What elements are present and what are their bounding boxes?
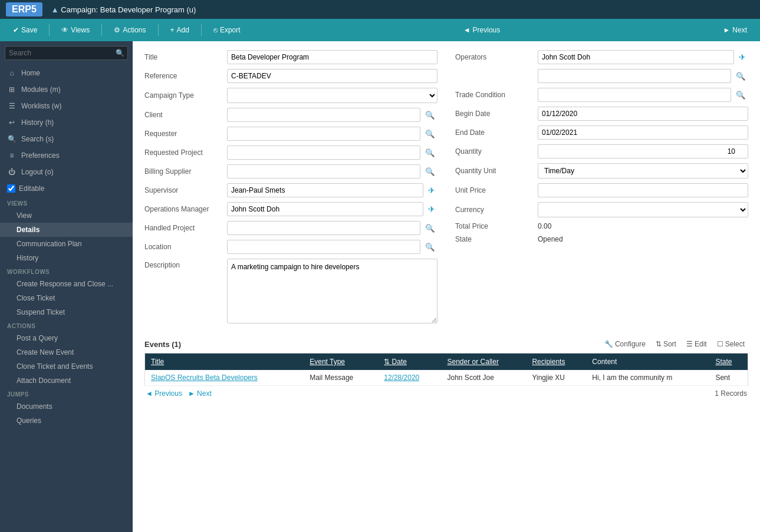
campaign-type-select[interactable] bbox=[227, 88, 437, 103]
form-right-col: Operators ✈ 🔍 Trad bbox=[455, 50, 748, 323]
editable-checkbox[interactable] bbox=[7, 184, 15, 193]
end-date-input-wrap bbox=[538, 125, 748, 140]
sidebar-item-communication-plan[interactable]: Communication Plan bbox=[0, 237, 133, 251]
sidebar-item-view[interactable]: View bbox=[0, 209, 133, 223]
sidebar-item-modules[interactable]: ⊞ Modules (m) bbox=[0, 81, 133, 98]
col-date-link[interactable]: ⇅ Date bbox=[384, 358, 407, 366]
requester-input[interactable] bbox=[227, 127, 420, 141]
col-event-type-link[interactable]: Event Type bbox=[310, 358, 345, 366]
operations-manager-input[interactable] bbox=[227, 202, 423, 216]
select-button[interactable]: ☐ Select bbox=[713, 338, 748, 350]
sidebar-item-attach-document[interactable]: Attach Document bbox=[0, 374, 133, 388]
field-total-price: Total Price 0.00 bbox=[455, 222, 748, 230]
col-state-link[interactable]: State bbox=[715, 358, 732, 366]
location-input[interactable] bbox=[227, 240, 420, 254]
sidebar-item-editable[interactable]: Editable bbox=[0, 180, 133, 197]
begin-date-input[interactable] bbox=[538, 107, 748, 121]
handled-project-input[interactable] bbox=[227, 221, 420, 235]
row-date-link[interactable]: 12/28/2020 bbox=[384, 374, 419, 382]
reference-input[interactable] bbox=[227, 69, 437, 83]
end-date-input[interactable] bbox=[538, 125, 748, 140]
field-operators: Operators ✈ bbox=[455, 50, 748, 64]
edit-button[interactable]: ☰ Edit bbox=[683, 338, 710, 350]
events-table-body: SlapOS Recruits Beta Developers Mail Mes… bbox=[145, 370, 748, 386]
actions-button[interactable]: ⚙ Actions bbox=[107, 23, 153, 37]
save-button[interactable]: ✔ Save bbox=[6, 23, 44, 37]
sort-icon: ⇅ bbox=[656, 340, 662, 348]
search-input[interactable] bbox=[5, 46, 128, 60]
sidebar-item-details[interactable]: Details bbox=[0, 223, 133, 237]
add-button[interactable]: + Add bbox=[163, 23, 196, 37]
sidebar-item-create-response[interactable]: Create Response and Close ... bbox=[0, 277, 133, 291]
sidebar-item-preferences[interactable]: ≡ Preferences bbox=[0, 147, 133, 164]
row-recipients: Yingjie XU bbox=[526, 370, 586, 386]
sidebar-section-views: VIEWS bbox=[0, 197, 133, 209]
sidebar-item-logout[interactable]: ⏻ Logout (o) bbox=[0, 164, 133, 180]
unit-price-input[interactable] bbox=[538, 183, 748, 197]
campaign-type-label: Campaign Type bbox=[144, 91, 227, 100]
sidebar-item-home[interactable]: ⌂ Home bbox=[0, 65, 133, 81]
col-title-link[interactable]: Title bbox=[151, 358, 164, 366]
operations-manager-clear-button[interactable]: ✈ bbox=[426, 203, 437, 215]
currency-select[interactable] bbox=[538, 202, 748, 217]
operators2-input[interactable] bbox=[538, 69, 731, 83]
sidebar-item-worklists[interactable]: ☰ Worklists (w) bbox=[0, 98, 133, 114]
field-billing-supplier: Billing Supplier 🔍 bbox=[144, 164, 437, 179]
sidebar-item-search[interactable]: 🔍 Search (s) bbox=[0, 131, 133, 147]
previous-button[interactable]: ◄ Previous bbox=[456, 23, 508, 37]
sidebar-item-history[interactable]: ↩ History (h) bbox=[0, 114, 133, 131]
sort-button[interactable]: ⇅ Sort bbox=[652, 338, 680, 350]
sidebar-item-queries[interactable]: Queries bbox=[0, 414, 133, 428]
configure-button[interactable]: 🔧 Configure bbox=[601, 338, 649, 350]
sidebar-item-documents[interactable]: Documents bbox=[0, 399, 133, 414]
trade-condition-input[interactable] bbox=[538, 88, 731, 102]
description-textarea[interactable]: A marketing campaign to hire developers bbox=[227, 259, 437, 323]
col-content: Content bbox=[586, 353, 709, 371]
col-sender-link[interactable]: Sender or Caller bbox=[448, 358, 499, 366]
field-operators2: 🔍 bbox=[455, 69, 748, 83]
trade-condition-search-button[interactable]: 🔍 bbox=[733, 90, 748, 101]
requested-project-input[interactable] bbox=[227, 146, 420, 160]
row-title-link[interactable]: SlapOS Recruits Beta Developers bbox=[151, 374, 258, 382]
main-content: Title Reference Campaign Type bbox=[133, 41, 760, 532]
next-button[interactable]: ► Next bbox=[716, 23, 754, 37]
requester-label: Requester bbox=[144, 130, 227, 138]
quantity-unit-select[interactable]: Time/Day bbox=[538, 163, 748, 179]
col-recipients-link[interactable]: Recipients bbox=[532, 358, 565, 366]
pagination-next-button[interactable]: ► Next bbox=[188, 389, 212, 398]
operators-clear-button[interactable]: ✈ bbox=[736, 51, 748, 63]
title-input[interactable] bbox=[227, 50, 437, 64]
supervisor-clear-button[interactable]: ✈ bbox=[426, 184, 437, 196]
search-icon[interactable]: 🔍 bbox=[116, 49, 124, 57]
client-search-button[interactable]: 🔍 bbox=[423, 110, 437, 121]
sidebar-item-create-event[interactable]: Create New Event bbox=[0, 345, 133, 359]
billing-supplier-search-button[interactable]: 🔍 bbox=[423, 166, 437, 177]
location-search-button[interactable]: 🔍 bbox=[423, 242, 437, 253]
quantity-input[interactable] bbox=[538, 144, 748, 158]
requested-project-search-button[interactable]: 🔍 bbox=[423, 147, 437, 158]
currency-label: Currency bbox=[455, 206, 538, 214]
sidebar-section-workflows: WORKFLOWS bbox=[0, 265, 133, 277]
sidebar-item-suspend-ticket[interactable]: Suspend Ticket bbox=[0, 305, 133, 319]
toolbar-separator bbox=[49, 24, 50, 36]
requester-search-button[interactable]: 🔍 bbox=[423, 128, 437, 140]
export-icon: ⎋ bbox=[213, 26, 218, 34]
supervisor-input[interactable] bbox=[227, 183, 423, 197]
export-button[interactable]: ⎋ Export bbox=[206, 23, 248, 37]
views-button[interactable]: 👁 Views bbox=[54, 23, 97, 37]
billing-supplier-input[interactable] bbox=[227, 164, 420, 179]
sidebar-item-close-ticket[interactable]: Close Ticket bbox=[0, 291, 133, 305]
location-input-wrap: 🔍 bbox=[227, 240, 437, 254]
operators-input[interactable] bbox=[538, 50, 734, 64]
arrow-right-icon: ► bbox=[723, 26, 730, 34]
sidebar-item-clone-ticket[interactable]: Clone Ticket and Events bbox=[0, 359, 133, 374]
sidebar-section-jumps: JUMPS bbox=[0, 388, 133, 399]
handled-project-search-button[interactable]: 🔍 bbox=[423, 223, 437, 234]
sidebar-item-post-query[interactable]: Post a Query bbox=[0, 331, 133, 345]
sidebar-item-history[interactable]: History bbox=[0, 251, 133, 265]
quantity-unit-input-wrap: Time/Day bbox=[538, 163, 748, 179]
pagination-previous-button[interactable]: ◄ Previous bbox=[146, 389, 182, 398]
client-input[interactable] bbox=[227, 108, 420, 122]
operators2-search-button[interactable]: 🔍 bbox=[733, 71, 748, 82]
row-state: Sent bbox=[709, 370, 748, 386]
